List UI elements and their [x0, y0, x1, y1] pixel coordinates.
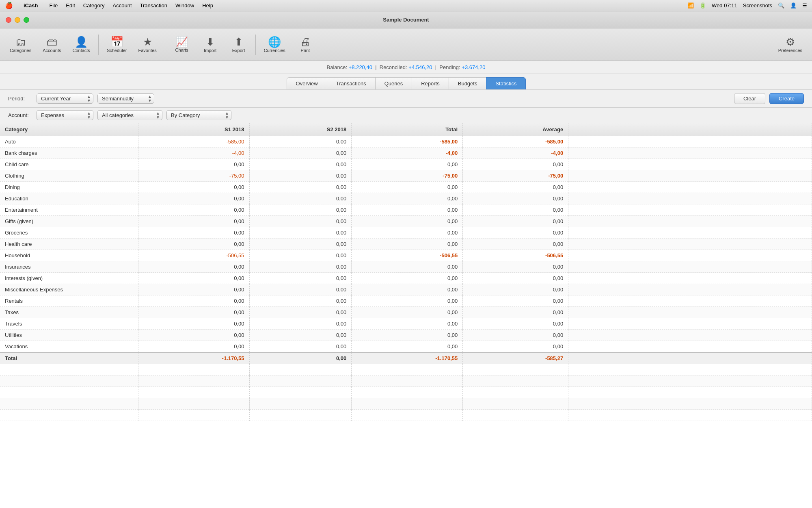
- clear-button[interactable]: Clear: [734, 93, 765, 104]
- table-row: Household -506,55 0,00 -506,55 -506,55: [0, 250, 812, 261]
- cell-total: 0,00: [352, 295, 463, 307]
- cell-extra: [568, 341, 812, 353]
- table-row: Taxes 0,00 0,00 0,00 0,00: [0, 307, 812, 318]
- cell-total: -4,00: [352, 148, 463, 159]
- table-header-row: Category S1 2018 S2 2018 Total Average: [0, 123, 812, 136]
- preferences-icon: ⚙: [786, 37, 795, 47]
- toolbar-accounts[interactable]: 🗃 Accounts: [37, 34, 67, 55]
- categories-icon: 🗂: [15, 37, 26, 47]
- cell-total: 0,00: [352, 307, 463, 318]
- battery-icon: 🔋: [700, 2, 706, 9]
- cell-category: Clothing: [0, 170, 138, 182]
- toolbar-scheduler[interactable]: 📅 Scheduler: [101, 34, 133, 55]
- cell-total: 0,00: [352, 330, 463, 341]
- account-select[interactable]: Expenses Income All Accounts: [37, 110, 93, 120]
- cell-extra: [568, 261, 812, 273]
- balance-bar: Balance: +8.220,40 | Reconciled: +4.546,…: [0, 61, 812, 74]
- cell-average: -75,00: [463, 170, 568, 182]
- cell-average: -585,00: [463, 136, 568, 148]
- toolbar-preferences-label: Preferences: [778, 48, 802, 53]
- toolbar-preferences[interactable]: ⚙ Preferences: [773, 34, 808, 55]
- statistics-table: Category S1 2018 S2 2018 Total Average A…: [0, 123, 812, 421]
- table-row: Gifts (given) 0,00 0,00 0,00 0,00: [0, 216, 812, 227]
- minimize-button[interactable]: [15, 17, 20, 23]
- toolbar-print[interactable]: 🖨 Print: [291, 34, 320, 55]
- cell-average: 0,00: [463, 295, 568, 307]
- cell-extra: [568, 182, 812, 193]
- toolbar-currencies[interactable]: 🌐 Currencies: [258, 34, 291, 55]
- tab-reports[interactable]: Reports: [412, 77, 449, 89]
- col-header-average: Average: [463, 123, 568, 136]
- cell-average: 0,00: [463, 239, 568, 250]
- category-select[interactable]: All categories Auto Bank charges: [97, 110, 162, 120]
- close-button[interactable]: [6, 17, 11, 23]
- menu-category[interactable]: Category: [79, 2, 109, 9]
- cell-s2: 0,00: [249, 341, 352, 353]
- apple-logo-icon[interactable]: 🍎: [5, 2, 13, 9]
- frequency-select[interactable]: Semiannually Quarterly Monthly Yearly: [97, 93, 154, 104]
- menu-window[interactable]: Window: [171, 2, 198, 9]
- tab-statistics[interactable]: Statistics: [486, 77, 526, 89]
- menu-file[interactable]: File: [45, 2, 62, 9]
- controls-row-2: Account: Expenses Income All Accounts ▲▼…: [0, 108, 812, 123]
- tab-budgets[interactable]: Budgets: [449, 77, 487, 89]
- toolbar-contacts[interactable]: 👤 Contacts: [67, 34, 95, 55]
- maximize-button[interactable]: [24, 17, 29, 23]
- menu-account[interactable]: Account: [109, 2, 136, 9]
- cell-category: Health care: [0, 239, 138, 250]
- cell-s2: 0,00: [249, 216, 352, 227]
- table-row: Health care 0,00 0,00 0,00 0,00: [0, 239, 812, 250]
- cell-s2: 0,00: [249, 227, 352, 239]
- table-row: Groceries 0,00 0,00 0,00 0,00: [0, 227, 812, 239]
- cell-extra: [568, 159, 812, 170]
- search-icon[interactable]: 🔍: [778, 2, 784, 9]
- toolbar-favorites-label: Favorites: [138, 48, 156, 53]
- menu-bar: 🍎 iCash File Edit Category Account Trans…: [0, 0, 812, 11]
- balance-label: Balance:: [327, 64, 348, 70]
- cell-s1: 0,00: [138, 341, 249, 353]
- cell-total: -75,00: [352, 170, 463, 182]
- cell-extra: [568, 193, 812, 204]
- cell-extra: [568, 148, 812, 159]
- menu-app-name[interactable]: iCash: [19, 2, 42, 9]
- menu-list-icon[interactable]: ☰: [802, 2, 807, 9]
- create-button[interactable]: Create: [769, 93, 804, 104]
- cell-s1: 0,00: [138, 204, 249, 216]
- accounts-icon: 🗃: [47, 37, 57, 47]
- toolbar-export[interactable]: ⬆ Export: [225, 34, 253, 55]
- cell-total-total: -1.170,55: [352, 352, 463, 364]
- menu-transaction[interactable]: Transaction: [136, 2, 171, 9]
- menu-edit[interactable]: Edit: [62, 2, 79, 9]
- cell-s1: -4,00: [138, 148, 249, 159]
- toolbar-charts[interactable]: 📈 Charts: [168, 35, 196, 55]
- view-select[interactable]: By Category By Account By Payee: [166, 110, 231, 120]
- user-icon[interactable]: 👤: [790, 2, 797, 9]
- toolbar-accounts-label: Accounts: [43, 48, 61, 53]
- toolbar-favorites[interactable]: ★ Favorites: [132, 34, 162, 55]
- cell-total: 0,00: [352, 159, 463, 170]
- table-row: Dining 0,00 0,00 0,00 0,00: [0, 182, 812, 193]
- traffic-lights: [6, 17, 29, 23]
- col-header-extra: [568, 123, 812, 136]
- toolbar-categories[interactable]: 🗂 Categories: [4, 34, 37, 55]
- toolbar-export-label: Export: [232, 48, 245, 53]
- cell-extra: [568, 216, 812, 227]
- tab-transactions[interactable]: Transactions: [327, 77, 376, 89]
- cell-total: 0,00: [352, 261, 463, 273]
- cell-extra: [568, 318, 812, 330]
- cell-category: Miscellaneous Expenses: [0, 284, 138, 295]
- empty-row: [0, 387, 812, 398]
- tab-queries[interactable]: Queries: [375, 77, 412, 89]
- cell-category: Interests (given): [0, 273, 138, 284]
- col-header-s1: S1 2018: [138, 123, 249, 136]
- table-row: Utilities 0,00 0,00 0,00 0,00: [0, 330, 812, 341]
- table-row: Auto -585,00 0,00 -585,00 -585,00: [0, 136, 812, 148]
- tab-overview[interactable]: Overview: [287, 77, 327, 89]
- period-select[interactable]: Current Year Last Year This Month Custom: [37, 93, 93, 104]
- toolbar-import[interactable]: ⬇ Import: [196, 34, 225, 55]
- cell-s2: 0,00: [249, 307, 352, 318]
- cell-extra: [568, 330, 812, 341]
- menu-bar-right: 📶 🔋 Wed 07:11 Screenshots 🔍 👤 ☰: [687, 2, 807, 9]
- menu-help[interactable]: Help: [198, 2, 217, 9]
- cell-total: 0,00: [352, 284, 463, 295]
